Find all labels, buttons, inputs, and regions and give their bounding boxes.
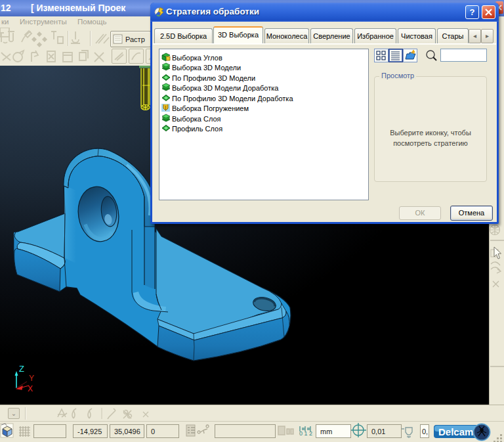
svg-text:X: X [28, 384, 33, 393]
svg-text:Z: Z [19, 364, 24, 374]
svg-text:Delcam: Delcam [438, 426, 473, 437]
svg-text:0 1 2: 0 1 2 [299, 430, 312, 437]
svg-text:Y: Y [29, 374, 34, 383]
